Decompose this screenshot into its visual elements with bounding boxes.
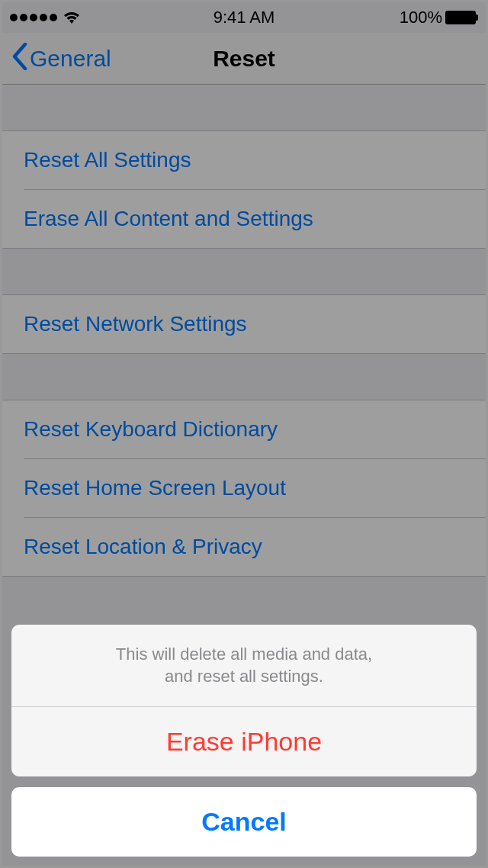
- action-sheet-group: This will delete all media and data, and…: [11, 625, 477, 776]
- sheet-message-line1: This will delete all media and data,: [42, 643, 446, 666]
- action-sheet-message: This will delete all media and data, and…: [11, 625, 477, 706]
- erase-iphone-button[interactable]: Erase iPhone: [11, 706, 477, 776]
- sheet-message-line2: and reset all settings.: [42, 665, 446, 688]
- cancel-button[interactable]: Cancel: [11, 787, 477, 857]
- action-sheet: This will delete all media and data, and…: [11, 625, 477, 857]
